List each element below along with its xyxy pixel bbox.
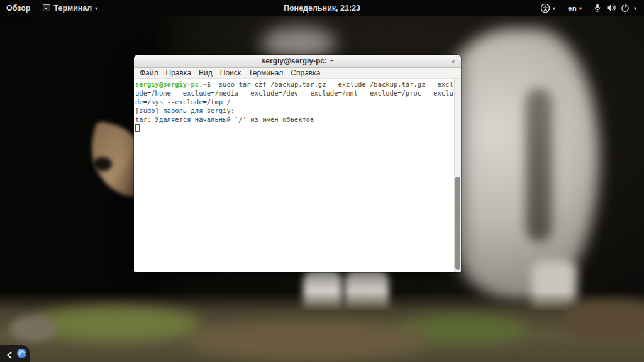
chevron-down-icon: ▾ (634, 6, 636, 11)
window-titlebar[interactable]: sergiy@sergiy-pc: ~ × (134, 55, 461, 68)
system-status-menu-button[interactable]: ▾ (588, 0, 644, 16)
clock-button[interactable]: Понедельник, 21:23 (277, 0, 367, 16)
terminal-line: de=/sys --exclude=/tmp / (135, 97, 453, 106)
menu-terminal[interactable]: Терминал (245, 69, 287, 77)
chevron-down-icon: ▾ (95, 6, 97, 11)
chevron-left-icon[interactable] (6, 350, 13, 358)
window-title: sergiy@sergiy-pc: ~ (262, 57, 334, 65)
wolf-nose-shape (93, 157, 112, 171)
terminal-icon (43, 4, 50, 11)
menu-view[interactable]: Вид (195, 69, 216, 77)
menu-search[interactable]: Поиск (216, 69, 245, 77)
activities-button[interactable]: Обзор (0, 0, 36, 16)
menu-edit[interactable]: Правка (162, 69, 196, 77)
moss-patch (31, 307, 201, 341)
scrollbar-thumb[interactable] (455, 177, 460, 270)
desktop: Обзор Терминал ▾ Понедельник, 21:23 (0, 0, 644, 362)
terminal-line: ude=/home --exclude=/media --exclude=/de… (135, 89, 453, 97)
scrollbar[interactable] (454, 79, 461, 272)
accessibility-menu-button[interactable]: ▾ (534, 0, 562, 16)
keyboard-layout-button[interactable]: en ▾ (562, 0, 588, 16)
terminal-line: tar: Удаляется начальный `/' из имен объ… (135, 115, 453, 124)
terminal-cursor (135, 124, 140, 132)
app-menu-label: Терминал (53, 4, 92, 13)
terminal-line: sergiy@sergiy-pc:~$ sudo tar czf /backup… (135, 80, 453, 89)
blue-app-icon[interactable] (17, 349, 26, 358)
prompt-user: sergiy@sergiy-pc (135, 80, 199, 88)
menu-help[interactable]: Справка (287, 69, 324, 77)
dirt-patch (186, 322, 431, 361)
terminal-line (135, 124, 453, 133)
wolf-tail-shape (526, 88, 552, 242)
prompt-suffix: :~$ (199, 80, 211, 88)
menu-file[interactable]: Файл (136, 69, 162, 77)
app-menu-button[interactable]: Терминал ▾ (36, 0, 104, 16)
terminal-window: sergiy@sergiy-pc: ~ × Файл Правка Вид По… (134, 55, 461, 272)
command-text: sudo tar czf /backup.tar.gz --exclude=/b… (211, 80, 453, 88)
dock-stub (0, 345, 30, 362)
power-icon (621, 3, 630, 13)
accessibility-icon (540, 3, 550, 13)
top-bar: Обзор Терминал ▾ Понедельник, 21:23 (0, 0, 644, 16)
keyboard-layout-label: en (568, 4, 577, 12)
microphone-icon (593, 3, 602, 13)
volume-icon (606, 3, 616, 13)
clock-label: Понедельник, 21:23 (284, 4, 360, 13)
close-button[interactable]: × (448, 57, 458, 66)
chevron-down-icon: ▾ (553, 6, 555, 11)
terminal-output-area[interactable]: sergiy@sergiy-pc:~$ sudo tar czf /backup… (134, 79, 461, 272)
menu-bar: Файл Правка Вид Поиск Терминал Справка (134, 68, 461, 79)
log-shape (563, 300, 644, 341)
activities-label: Обзор (6, 4, 30, 13)
chevron-down-icon: ▾ (579, 6, 582, 11)
terminal-line: [sudo] пароль для sergiy: (135, 106, 453, 115)
rock-shape (9, 315, 57, 342)
